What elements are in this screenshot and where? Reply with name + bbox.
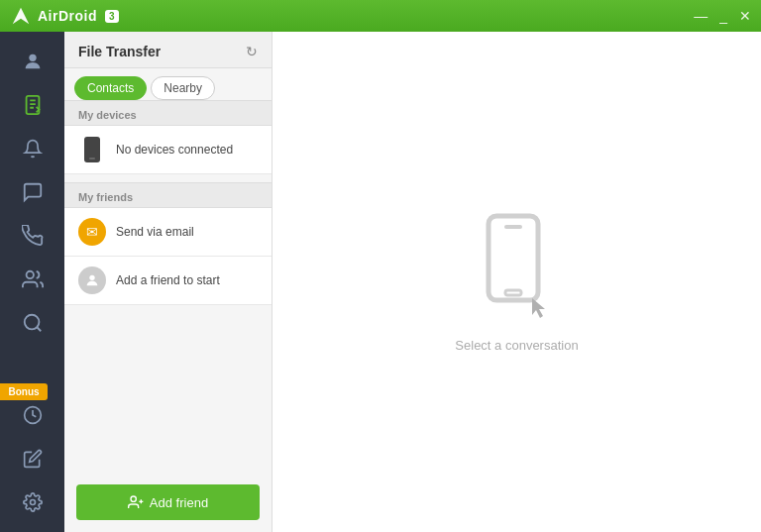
svg-point-7 xyxy=(30,500,35,505)
sidebar-item-history[interactable] xyxy=(13,395,53,435)
no-devices-label: No devices connected xyxy=(116,143,233,157)
sections-container: My devices No devices connected My frien… xyxy=(64,100,272,484)
my-devices-header: My devices xyxy=(64,100,272,126)
empty-state: Select a conversation xyxy=(455,211,578,353)
sidebar-bottom xyxy=(13,395,53,532)
send-email-label: Send via email xyxy=(116,225,194,239)
sidebar-item-contacts[interactable] xyxy=(13,260,53,299)
empty-phone-icon xyxy=(477,211,556,324)
svg-point-9 xyxy=(131,496,136,501)
sidebar-item-messages[interactable] xyxy=(13,172,53,212)
svg-rect-14 xyxy=(505,290,521,295)
no-devices-item[interactable]: No devices connected xyxy=(64,126,272,174)
close-button[interactable]: ✕ xyxy=(739,9,751,23)
panel-header: File Transfer ↻ xyxy=(64,32,272,68)
refresh-button[interactable]: ↻ xyxy=(246,44,258,59)
empty-state-text: Select a conversation xyxy=(455,338,578,353)
sidebar-item-file-transfer[interactable] xyxy=(13,85,53,125)
sidebar: Bonus xyxy=(0,32,64,532)
sidebar-item-phone[interactable] xyxy=(13,216,53,256)
sidebar-item-notifications[interactable] xyxy=(13,129,53,168)
phone-illustration xyxy=(477,211,556,320)
file-transfer-panel: File Transfer ↻ Contacts Nearby My devic… xyxy=(64,32,272,532)
send-via-email-item[interactable]: ✉ Send via email xyxy=(64,208,272,257)
app-version-badge: 3 xyxy=(105,10,119,23)
minimize-button[interactable]: — xyxy=(694,9,707,23)
add-friend-button-icon xyxy=(128,494,144,510)
add-friend-button-label: Add friend xyxy=(150,495,208,510)
add-friend-item[interactable]: Add a friend to start xyxy=(64,257,272,305)
titlebar: AirDroid 3 — _ ✕ xyxy=(0,0,761,32)
sidebar-item-profile[interactable] xyxy=(13,42,53,81)
my-friends-header: My friends xyxy=(64,182,272,208)
friend-avatar-icon xyxy=(78,266,106,294)
app-title: AirDroid xyxy=(38,8,97,24)
main-layout: Bonus File Transfer ↻ Contacts Nearby My… xyxy=(0,32,761,532)
svg-marker-15 xyxy=(532,298,545,318)
sidebar-item-edit[interactable] xyxy=(13,439,53,479)
add-friend-label: Add a friend to start xyxy=(116,273,220,287)
airdroid-logo-icon xyxy=(10,5,32,27)
add-friend-button[interactable]: Add friend xyxy=(76,484,260,520)
tab-nearby[interactable]: Nearby xyxy=(151,76,215,100)
sidebar-item-settings[interactable] xyxy=(13,482,53,522)
panel-title: File Transfer xyxy=(78,44,161,59)
svg-point-3 xyxy=(26,271,33,278)
sidebar-item-finder[interactable] xyxy=(13,303,53,343)
svg-point-1 xyxy=(29,54,36,61)
content-area: Select a conversation xyxy=(272,32,761,532)
svg-point-8 xyxy=(89,275,94,280)
svg-line-5 xyxy=(37,327,41,331)
maximize-button[interactable]: _ xyxy=(719,9,727,23)
svg-point-4 xyxy=(24,315,39,330)
device-phone-icon xyxy=(78,136,106,163)
svg-rect-13 xyxy=(504,225,522,229)
tab-contacts[interactable]: Contacts xyxy=(74,76,147,100)
titlebar-left: AirDroid 3 xyxy=(10,5,119,27)
titlebar-controls: — _ ✕ xyxy=(694,9,751,23)
bonus-tag[interactable]: Bonus xyxy=(0,383,48,400)
tab-bar: Contacts Nearby xyxy=(64,68,272,100)
svg-marker-0 xyxy=(13,8,30,25)
email-icon: ✉ xyxy=(78,218,106,246)
